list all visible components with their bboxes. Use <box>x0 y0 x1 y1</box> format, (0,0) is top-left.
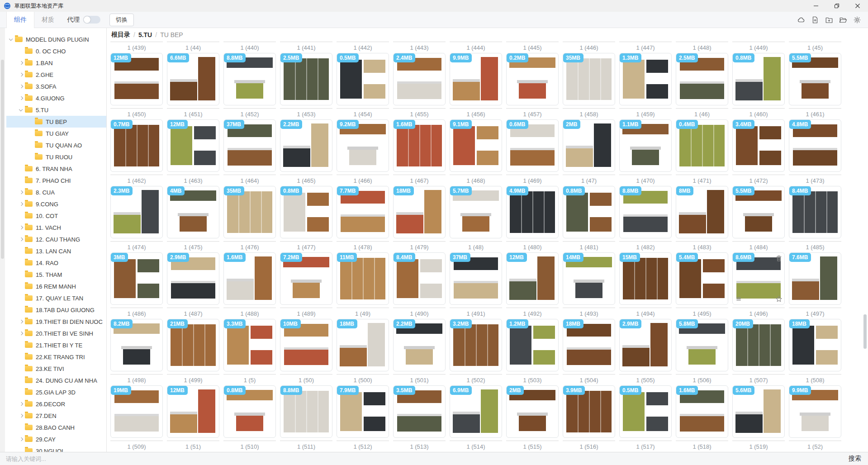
sidebar-item-2-ghe[interactable]: 2.GHE <box>6 69 106 81</box>
chevron-right-icon[interactable] <box>18 413 24 419</box>
sidebar-item-10-cot[interactable]: 10. COT <box>6 210 106 222</box>
chevron-right-icon[interactable] <box>18 201 24 207</box>
asset-thumbnail[interactable]: 5.6MB <box>732 385 785 438</box>
asset-thumbnail[interactable]: 8.8MB <box>619 186 672 238</box>
asset-thumbnail[interactable]: 6.6MB <box>167 53 219 105</box>
asset-thumbnail[interactable]: 4MB <box>167 186 219 238</box>
sidebar-item-1-ban[interactable]: 1.BAN <box>6 57 106 69</box>
search-button[interactable]: 搜索 <box>848 455 862 463</box>
asset-thumbnail[interactable]: 14MB <box>563 252 615 305</box>
asset-thumbnail[interactable]: 9.2MB <box>337 119 389 172</box>
asset-thumbnail[interactable]: 0.5MB <box>337 53 389 105</box>
restore-button[interactable] <box>826 0 847 12</box>
close-button[interactable] <box>847 0 868 12</box>
asset-thumbnail[interactable]: 21MB <box>167 319 219 371</box>
asset-thumbnail[interactable]: 6.9MB <box>450 385 502 438</box>
asset-thumbnail[interactable]: 0.6MB <box>506 119 559 172</box>
asset-thumbnail[interactable]: 1.6MB <box>393 119 446 172</box>
sidebar-item-19-thiet-bi-dien-nuoc[interactable]: 19.THIET BI DIEN NUOC <box>6 316 106 327</box>
sidebar-item-tu-ruou[interactable]: TU RUOU <box>6 151 106 163</box>
asset-thumbnail[interactable]: 3.4MB <box>732 119 785 172</box>
sidebar-item-15-tham[interactable]: 15. THAM <box>6 269 106 280</box>
sidebar-item-14-rao[interactable]: 14. RAO <box>6 257 106 269</box>
sidebar-item-26-decor[interactable]: 26.DECOR <box>6 398 106 410</box>
chevron-right-icon[interactable] <box>18 401 24 407</box>
asset-thumbnail[interactable]: 1.3MB <box>619 53 672 105</box>
asset-thumbnail[interactable]: 3.2MB <box>450 319 502 371</box>
sidebar-item-21-thiet-bi-y-te[interactable]: 21.THIET BI Y TE <box>6 339 106 351</box>
asset-thumbnail[interactable]: 18MB <box>789 319 841 371</box>
sidebar-scrollbar[interactable] <box>0 28 5 452</box>
new-folder-icon[interactable] <box>825 15 834 24</box>
switch-button[interactable]: 切换 <box>109 14 134 26</box>
asset-thumbnail[interactable]: 1.2MB <box>506 319 559 371</box>
asset-thumbnail[interactable]: 8.8MB <box>280 385 332 438</box>
asset-thumbnail[interactable]: 2.2MB <box>393 319 446 371</box>
asset-thumbnail[interactable]: 12MB <box>167 385 219 438</box>
asset-thumbnail[interactable]: 8.4MB <box>789 186 841 238</box>
chevron-right-icon[interactable] <box>18 60 24 66</box>
asset-thumbnail[interactable]: 9.9MB <box>450 53 502 105</box>
sidebar-item-model-dung-plugin[interactable]: MODEL DUNG PLUGIN <box>6 33 106 45</box>
asset-thumbnail[interactable]: 2MB <box>506 385 559 438</box>
asset-thumbnail[interactable]: 18MB <box>337 319 389 371</box>
sidebar-item-6-tran-nha[interactable]: 6. TRAN NHA <box>6 163 106 175</box>
chevron-down-icon[interactable] <box>18 107 24 113</box>
menu-icon[interactable] <box>735 295 743 303</box>
asset-thumbnail[interactable]: 2.4MB <box>393 53 446 105</box>
asset-thumbnail[interactable]: 2.2MB <box>280 119 332 172</box>
sidebar-item-25-gia-lap-3d[interactable]: 25.GIA LAP 3D <box>6 386 106 398</box>
sidebar-item-23-ke-tivi[interactable]: 23.KE TIVI <box>6 363 106 375</box>
tab-components[interactable]: 组件 <box>6 12 34 28</box>
asset-thumbnail[interactable]: 18MB <box>393 186 446 238</box>
chevron-right-icon[interactable] <box>18 224 24 231</box>
asset-thumbnail[interactable]: 20MB <box>732 319 785 371</box>
asset-thumbnail[interactable]: 0.8MB <box>280 186 332 238</box>
asset-thumbnail[interactable]: 2MB <box>563 119 615 172</box>
asset-thumbnail[interactable]: 35MB <box>563 53 615 105</box>
asset-thumbnail[interactable]: 18MB <box>563 319 615 371</box>
asset-thumbnail[interactable]: 0.2MB <box>506 53 559 105</box>
sidebar-item-17-quay-le-tan[interactable]: 17. QUAY LE TAN <box>6 292 106 304</box>
proxy-toggle[interactable] <box>83 16 100 24</box>
asset-thumbnail[interactable]: 3MB <box>110 252 163 305</box>
asset-thumbnail[interactable]: 3.3MB <box>223 319 276 371</box>
chevron-right-icon[interactable] <box>18 236 24 242</box>
asset-thumbnail[interactable]: 0.4MB <box>676 119 728 172</box>
asset-thumbnail[interactable]: 1.1MB <box>619 119 672 172</box>
sidebar-item-20-thiet-bi-ve-sinh[interactable]: 20.THIET BI VE SINH <box>6 327 106 339</box>
asset-thumbnail[interactable]: 7.7MB <box>337 186 389 238</box>
asset-thumbnail[interactable]: 5.5MB <box>732 186 785 238</box>
sidebar-item-tu-giay[interactable]: TU GIAY <box>6 128 106 139</box>
sidebar-item-12-cau-thang[interactable]: 12. CAU THANG <box>6 233 106 245</box>
settings-icon[interactable] <box>853 15 862 24</box>
sidebar-item-13-lan-can[interactable]: 13. LAN CAN <box>6 245 106 257</box>
chevron-down-icon[interactable] <box>8 36 14 43</box>
sidebar-item-24-dung-cu-am-nha[interactable]: 24. DUNG CU AM NHA <box>6 375 106 386</box>
asset-thumbnail[interactable]: 0.8MB <box>732 53 785 105</box>
delete-icon[interactable] <box>775 254 783 262</box>
breadcrumb-root[interactable]: 根目录 <box>111 31 130 39</box>
tab-materials[interactable]: 材质 <box>34 12 62 28</box>
asset-thumbnail[interactable]: 9.1MB <box>450 119 502 172</box>
minimize-button[interactable] <box>806 0 826 12</box>
sidebar-item-4-giuong[interactable]: 4.GIUONG <box>6 92 106 104</box>
open-folder-icon[interactable] <box>839 15 848 24</box>
breadcrumb-mid[interactable]: 5.TU <box>138 31 152 38</box>
asset-thumbnail[interactable]: 3.5MB <box>393 385 446 438</box>
chevron-right-icon[interactable] <box>18 71 24 78</box>
asset-thumbnail[interactable]: 12MB <box>167 119 219 172</box>
asset-thumbnail[interactable]: 19MB <box>110 385 163 438</box>
asset-thumbnail[interactable]: 0.5MB <box>619 385 672 438</box>
content-scrollbar-thumb[interactable] <box>863 314 867 349</box>
sidebar-item-3-sofa[interactable]: 3.SOFA <box>6 81 106 92</box>
asset-thumbnail[interactable]: 8.6MB <box>732 252 785 305</box>
asset-thumbnail[interactable]: 12MB <box>110 53 163 105</box>
asset-thumbnail[interactable]: 3.9MB <box>563 385 615 438</box>
sidebar-item-9-cong[interactable]: 9.CONG <box>6 198 106 210</box>
asset-thumbnail[interactable]: 15MB <box>619 252 672 305</box>
favorite-icon[interactable] <box>775 295 783 303</box>
sidebar-item-27-den[interactable]: 27.DEN <box>6 410 106 422</box>
new-file-icon[interactable] <box>811 15 820 24</box>
asset-thumbnail[interactable]: 37MB <box>450 252 502 305</box>
